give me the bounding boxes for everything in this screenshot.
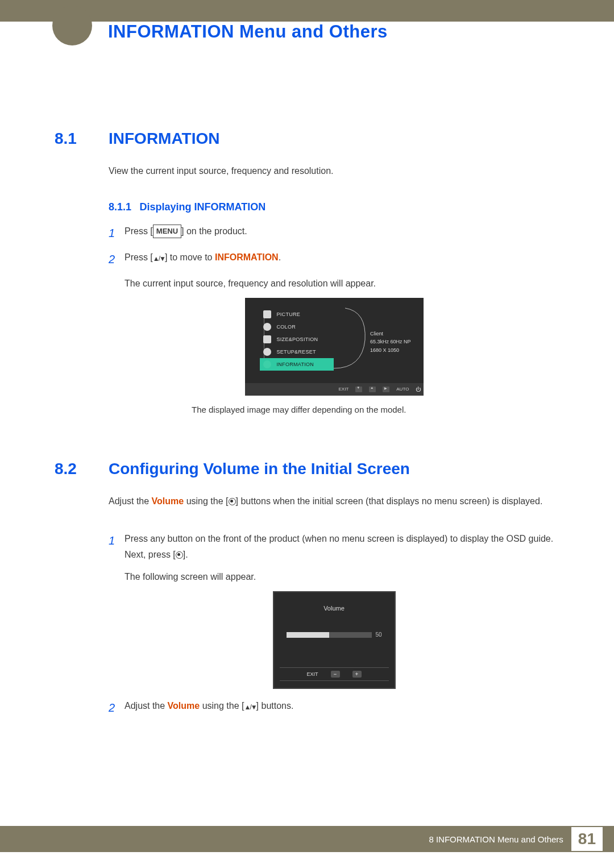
step-number: 1: [109, 531, 125, 562]
step-2: 2 Press [▲/▼] to move to INFORMATION.: [109, 250, 559, 269]
step-number: 1: [109, 223, 125, 243]
step-continuation: The following screen will appear.: [125, 569, 559, 584]
osd-menu-list: PICTURE COLOR SIZE&POSITION SETUP&RESET …: [260, 308, 334, 371]
page-number: 81: [571, 827, 603, 851]
step-1: 1 Press [MENU] on the product.: [109, 223, 559, 243]
menu-button-label: MENU: [153, 225, 181, 238]
section-intro: View the current input source, frequency…: [109, 164, 559, 178]
osd-menu-item-picture: PICTURE: [260, 308, 334, 321]
steps-list: 1 Press [MENU] on the product. 2 Press […: [109, 223, 559, 414]
down-icon: [355, 387, 362, 392]
size-icon: [263, 335, 271, 343]
chapter-badge: [52, 6, 92, 45]
right-icon: [383, 387, 389, 392]
section-title: Configuring Volume in the Initial Screen: [109, 460, 410, 478]
info-resolution: 1680 X 1050: [370, 346, 411, 354]
subsection-8-1-1: 8.1.1 Displaying INFORMATION: [109, 201, 559, 213]
osd-menu-item-color: COLOR: [260, 321, 334, 333]
section-number: 8.2: [55, 460, 109, 478]
osd-info-panel: Client 65.3kHz 60Hz NP 1680 X 1050: [370, 330, 411, 354]
keyword-volume: Volume: [168, 701, 200, 711]
info-client: Client: [370, 330, 411, 338]
osd-menu-item-information-selected: INFORMATION: [260, 358, 334, 371]
exit-label: EXIT: [339, 387, 349, 392]
step-2: 2 Adjust the Volume using the [▲/▼] butt…: [109, 698, 559, 717]
osd-menu-item-setup: SETUP&RESET: [260, 346, 334, 358]
up-down-icon: ▲/▼: [153, 253, 165, 264]
section-8-2: 8.2 Configuring Volume in the Initial Sc…: [55, 460, 559, 478]
volume-value: 50: [375, 632, 381, 638]
osd-bottom-bar: EXIT AUTO ⏻: [245, 383, 424, 396]
subsection-number: 8.1.1: [109, 201, 131, 213]
minus-icon: −: [331, 671, 340, 678]
up-icon: [369, 387, 376, 392]
power-icon: ⏻: [416, 387, 421, 392]
osd-bottom-bar: EXIT − +: [280, 667, 389, 681]
osd-screenshot-information: PICTURE COLOR SIZE&POSITION SETUP&RESET …: [245, 298, 424, 396]
page-content: 8.1 INFORMATION View the current input s…: [0, 22, 614, 717]
osd-menu-item-size: SIZE&POSITION: [260, 333, 334, 346]
auto-label: AUTO: [396, 387, 409, 392]
section-intro-2: Adjust the Volume using the [] buttons w…: [109, 494, 559, 509]
info-icon: [263, 360, 271, 368]
step-1: 1 Press any button on the front of the p…: [109, 531, 559, 562]
step-continuation: The current input source, frequency and …: [125, 276, 559, 291]
steps-list-2: 1 Press any button on the front of the p…: [109, 531, 559, 717]
step-text: Press [MENU] on the product.: [125, 223, 559, 243]
chapter-title: INFORMATION Menu and Others: [108, 22, 388, 42]
step-number: 2: [109, 698, 125, 717]
info-frequency: 65.3kHz 60Hz NP: [370, 338, 411, 346]
connector-curve: [334, 306, 374, 374]
volume-bar: [287, 632, 372, 638]
footer-chapter-label: 8 INFORMATION Menu and Others: [429, 834, 563, 844]
step-text: Adjust the Volume using the [▲/▼] button…: [125, 698, 559, 717]
keyword-information: INFORMATION: [215, 252, 279, 262]
target-icon: [176, 551, 183, 559]
section-8-1: 8.1 INFORMATION: [55, 130, 559, 148]
subsection-title: Displaying INFORMATION: [140, 201, 266, 213]
page-footer: 8 INFORMATION Menu and Others 81: [0, 826, 614, 852]
section-title: INFORMATION: [109, 130, 219, 148]
picture-icon: [263, 310, 271, 318]
header-bar: [0, 0, 614, 22]
up-down-icon: ▲/▼: [244, 701, 256, 713]
plus-icon: +: [352, 671, 362, 678]
color-icon: [263, 323, 271, 331]
section-number: 8.1: [55, 130, 109, 148]
setup-icon: [263, 348, 271, 356]
screenshot-caption: The displayed image may differ depending…: [192, 405, 559, 414]
osd-screenshot-volume: Volume 50 EXIT − +: [273, 591, 396, 689]
keyword-volume: Volume: [152, 496, 184, 506]
step-text: Press [▲/▼] to move to INFORMATION.: [125, 250, 559, 269]
step-number: 2: [109, 250, 125, 269]
step-text: Press any button on the front of the pro…: [125, 531, 559, 562]
volume-title: Volume: [274, 592, 395, 612]
volume-bar-fill: [287, 632, 329, 638]
target-icon: [229, 498, 236, 505]
exit-label: EXIT: [306, 671, 318, 677]
